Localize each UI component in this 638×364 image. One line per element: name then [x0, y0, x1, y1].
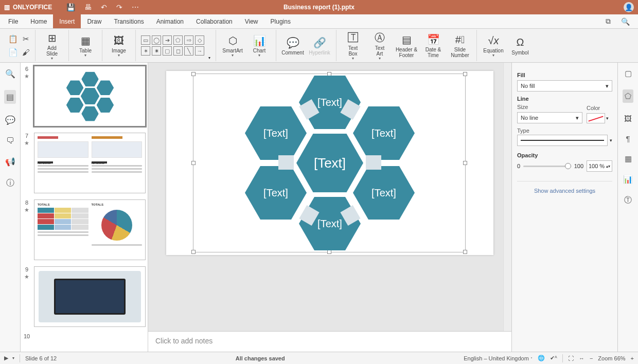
textbox-icon: 🅃 [348, 31, 358, 45]
slide-number-button[interactable]: #⃣ Slide Number [449, 33, 471, 58]
slide-thumbnail-panel[interactable]: 6★ 7★ HEAD [21, 63, 148, 352]
format-painter-icon[interactable]: 🖌 [22, 48, 30, 57]
smartart-icon: ⬡ [228, 34, 237, 47]
save-icon[interactable]: 💾 [66, 3, 75, 11]
print-icon[interactable]: 🖶 [84, 3, 92, 11]
tab-transitions[interactable]: Transitions [108, 14, 150, 28]
zoom-level[interactable]: Zoom 66% [598, 355, 625, 361]
image-settings-icon[interactable]: 🖼 [624, 114, 632, 123]
calendar-icon: 📅 [427, 33, 440, 46]
zoom-in-icon[interactable]: + [631, 355, 634, 361]
thumb-number: 8 [25, 199, 28, 206]
advanced-settings-link[interactable]: Show advanced settings [517, 181, 612, 194]
search-icon[interactable]: 🔍 [621, 17, 630, 26]
document-language[interactable]: English – United Kingdom ˅ [464, 355, 533, 361]
chart-button[interactable]: 📊 Chart ▾ [248, 34, 271, 57]
opacity-slider[interactable] [523, 166, 571, 167]
textbox-button[interactable]: 🅃 Text Box ▾ [342, 31, 364, 60]
left-toolbar: 🔍 ▤ 💬 🗨 📢 ⓘ [0, 63, 21, 352]
redo-icon[interactable]: ↷ [116, 3, 122, 11]
chevron-down-icon[interactable]: ▾ [12, 356, 14, 360]
thumbnail-slide-7[interactable]: HEADLINE HEADLINE [34, 133, 146, 193]
comment-button[interactable]: 💬 Comment [281, 36, 304, 56]
slide-6[interactable]: [Text] [Text] [Text] [Text] [Text] [Text… [166, 71, 493, 255]
add-slide-button[interactable]: ⊞ Add Slide ▾ [41, 31, 63, 60]
smartart-button[interactable]: ⬡ SmartArt ▾ [221, 34, 244, 57]
about-icon[interactable]: ⓘ [6, 178, 14, 189]
canvas-vscrollbar[interactable] [503, 63, 511, 331]
datetime-button[interactable]: 📅 Date & Time [422, 33, 445, 58]
chart-settings-icon[interactable]: 📊 [623, 175, 633, 184]
chevron-down-icon[interactable]: ▾ [606, 116, 609, 121]
tab-collaboration[interactable]: Collaboration [190, 14, 239, 28]
fit-width-icon[interactable]: ↔ [579, 355, 584, 361]
shapes-gallery[interactable]: ▭◯➔⬠⇨◇ ✶✷▢◻╲→ ▾ [136, 30, 216, 61]
symbol-button[interactable]: Ω Symbol [509, 36, 531, 56]
notes-pane[interactable]: Click to add notes [148, 331, 511, 352]
hex-center: [Text] [296, 134, 363, 192]
app-logo: ▥ ONLYOFFICE [4, 4, 52, 11]
opacity-value[interactable]: 100 %▴▾ [587, 160, 612, 172]
tab-home[interactable]: Home [24, 14, 53, 28]
image-icon: 🖼 [114, 34, 124, 47]
tab-draw[interactable]: Draw [81, 14, 108, 28]
animation-star-icon: ★ [24, 140, 29, 147]
table-settings-icon[interactable]: ▦ [625, 154, 632, 163]
feedback-icon[interactable]: 📢 [5, 157, 15, 167]
thumbnail-slide-8[interactable]: TOTALS TOTALS [34, 199, 146, 260]
undo-icon[interactable]: ↶ [101, 3, 107, 11]
tab-insert[interactable]: Insert [53, 14, 81, 28]
tab-file[interactable]: File [2, 14, 24, 28]
spellcheck-icon[interactable]: ✔ᴬ [550, 355, 557, 361]
open-location-icon[interactable]: ⧉ [606, 17, 611, 26]
copy-icon[interactable]: 📋 [8, 34, 18, 44]
type-label: Type [517, 128, 612, 134]
color-label: Color [587, 105, 612, 111]
chevron-down-icon[interactable]: ▾ [610, 138, 612, 143]
image-button[interactable]: 🖼 Image ▾ [108, 34, 130, 57]
cut-icon[interactable]: ✂ [23, 34, 29, 44]
chevron-down-icon: ˅ [530, 357, 533, 361]
fill-select[interactable]: No fill▾ [517, 80, 612, 92]
thumbnail-slide-9[interactable] [34, 266, 146, 327]
document-title: Business report (1).pptx [283, 4, 355, 11]
paste-icon[interactable]: 📄 [8, 48, 18, 57]
zoom-out-icon[interactable]: − [590, 355, 593, 361]
thumbnail-slide-10[interactable] [34, 333, 146, 337]
shape-settings-panel: Fill No fill▾ Line Size No line▾ Color ▾… [511, 63, 617, 352]
find-icon[interactable]: 🔍 [5, 69, 15, 79]
notes-placeholder: Click to add notes [155, 337, 212, 345]
header-footer-button[interactable]: ▤ Header & Footer [395, 33, 418, 58]
hex-bottom-right: [Text] [353, 166, 415, 220]
thumb-number: 6 [25, 66, 28, 72]
animation-star-icon: ★ [24, 274, 29, 280]
tab-plugins[interactable]: Plugins [264, 14, 297, 28]
textart-button[interactable]: Ⓐ Text Art ▾ [368, 31, 391, 60]
line-color-swatch[interactable] [587, 113, 605, 123]
globe-icon[interactable]: 🌐 [538, 355, 545, 361]
table-button[interactable]: ▦ Table ▾ [74, 34, 97, 57]
hexagon-smartart[interactable]: [Text] [Text] [Text] [Text] [Text] [Text… [242, 76, 417, 250]
table-icon: ▦ [81, 34, 91, 47]
thumbnail-slide-6[interactable] [34, 66, 146, 126]
title-bar: ▥ ONLYOFFICE 💾 🖶 ↶ ↷ ⋯ Business report (… [0, 0, 638, 14]
tab-animation[interactable]: Animation [150, 14, 190, 28]
fit-slide-icon[interactable]: ⛶ [568, 355, 574, 361]
line-label: Line [517, 96, 612, 102]
chat-icon[interactable]: 🗨 [6, 136, 14, 145]
hex-bottom-left: [Text] [245, 166, 307, 220]
textart-settings-icon[interactable]: Ⓣ [624, 195, 632, 205]
slide-settings-icon[interactable]: ▢ [625, 69, 632, 78]
line-size-select[interactable]: No line▾ [517, 112, 582, 123]
paragraph-settings-icon[interactable]: ¶ [626, 134, 630, 143]
slides-icon[interactable]: ▤ [4, 90, 16, 104]
user-avatar[interactable]: 👤 [624, 2, 634, 12]
line-type-select[interactable] [517, 135, 608, 146]
equation-button[interactable]: √x Equation ▾ [482, 34, 505, 57]
comments-icon[interactable]: 💬 [5, 115, 15, 125]
presentation-play-icon[interactable]: ▶ [4, 355, 8, 361]
hex-top-left: [Text] [245, 106, 307, 160]
tab-view[interactable]: View [239, 14, 264, 28]
more-icon[interactable]: ⋯ [132, 3, 139, 11]
shape-settings-icon[interactable]: ⬠ [623, 89, 633, 103]
